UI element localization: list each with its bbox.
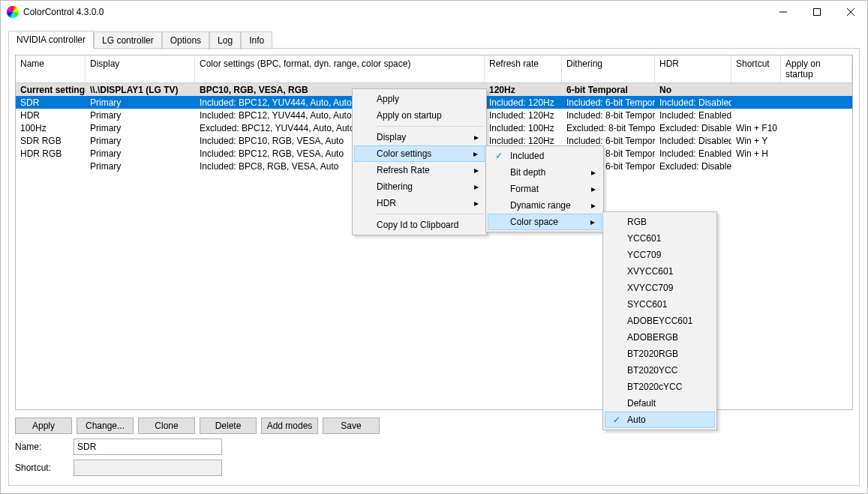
- col-hdr[interactable]: HDR: [655, 55, 731, 82]
- shortcut-input[interactable]: [74, 460, 222, 476]
- mi-colorspace-xvycc601[interactable]: XVYCC601: [605, 263, 715, 280]
- mi-color-settings[interactable]: Color settings▸: [354, 145, 485, 162]
- menu-item-label: BT2020RGB: [627, 349, 678, 359]
- mi-apply-startup[interactable]: Apply on startup: [354, 107, 485, 124]
- mi-bit-depth[interactable]: Bit depth▸: [488, 164, 602, 181]
- name-label: Name:: [15, 442, 68, 452]
- titlebar: ColorControl 4.3.0.0: [1, 1, 867, 23]
- mi-colorspace-bt2020ycc[interactable]: BT2020YCC: [605, 362, 715, 379]
- cell: [781, 96, 852, 109]
- mi-colorspace-adobergb[interactable]: ADOBERGB: [605, 329, 715, 346]
- minimize-button[interactable]: [766, 1, 800, 23]
- cell: SDR: [16, 96, 86, 109]
- cell: Included: 120Hz: [485, 109, 562, 121]
- chevron-right-icon: ▸: [474, 181, 479, 192]
- context-menu-color-space[interactable]: RGBYCC601YCC709XVYCC601XVYCC709SYCC601AD…: [602, 211, 717, 430]
- shortcut-label: Shortcut:: [15, 463, 68, 473]
- cell: Excluded: 8-bit Temporal: [562, 121, 655, 134]
- tabstrip: NVIDIA controller LG controller Options …: [8, 31, 860, 49]
- menu-item-label: YCC709: [627, 250, 661, 260]
- cell: [731, 83, 781, 96]
- window-title: ColorControl 4.3.0.0: [23, 7, 766, 17]
- mi-included[interactable]: ✓Included: [488, 148, 602, 164]
- cell: Included: Enabled: [655, 109, 731, 121]
- chevron-right-icon: ▸: [474, 198, 479, 208]
- mi-hdr[interactable]: HDR▸: [354, 195, 485, 211]
- cell: 120Hz: [485, 83, 562, 96]
- cell: [781, 147, 852, 160]
- menu-item-label: ADOBERGB: [627, 332, 678, 343]
- col-color[interactable]: Color settings (BPC, format, dyn. range,…: [195, 55, 485, 82]
- mi-colorspace-ycc709[interactable]: YCC709: [605, 247, 715, 263]
- mi-display[interactable]: Display▸: [354, 129, 485, 145]
- cell: Primary: [86, 134, 195, 147]
- context-menu-color-settings[interactable]: ✓Included Bit depth▸ Format▸ Dynamic ran…: [485, 145, 604, 232]
- chevron-right-icon: ▸: [591, 184, 596, 194]
- menu-item-label: XVYCC709: [627, 283, 673, 293]
- cell: Included: 120Hz: [485, 96, 562, 109]
- save-button[interactable]: Save: [323, 418, 380, 434]
- change-button[interactable]: Change...: [77, 418, 134, 434]
- menu-item-label: XVYCC601: [627, 266, 673, 277]
- context-menu-main[interactable]: Apply Apply on startup Display▸ Color se…: [352, 88, 487, 235]
- cell: 100Hz: [16, 121, 86, 134]
- apply-button[interactable]: Apply: [15, 418, 72, 434]
- col-dither[interactable]: Dithering: [562, 55, 655, 82]
- cell: 6-bit Temporal: [562, 83, 655, 96]
- mi-copy-id[interactable]: Copy Id to Clipboard: [354, 217, 485, 233]
- cell: Included: Disabled: [655, 134, 731, 147]
- menu-item-label: RGB: [627, 217, 647, 227]
- mi-colorspace-rgb[interactable]: RGB: [605, 214, 715, 230]
- maximize-button[interactable]: [800, 1, 833, 23]
- clone-button[interactable]: Clone: [138, 418, 195, 434]
- tab-options[interactable]: Options: [162, 31, 209, 49]
- app-icon: [7, 6, 19, 18]
- cell: HDR RGB: [16, 147, 86, 160]
- col-name[interactable]: Name: [16, 55, 86, 82]
- chevron-right-icon: ▸: [474, 132, 479, 142]
- menu-item-label: YCC601: [627, 233, 661, 244]
- mi-apply[interactable]: Apply: [354, 91, 485, 107]
- cell: [731, 160, 781, 172]
- cell: Excluded: Disabled: [655, 121, 731, 134]
- menu-item-label: SYCC601: [627, 299, 667, 310]
- addmodes-button[interactable]: Add modes: [261, 418, 318, 434]
- mi-color-space[interactable]: Color space▸: [488, 214, 602, 230]
- menu-item-label: Default: [627, 398, 656, 409]
- tab-nvidia[interactable]: NVIDIA controller: [8, 31, 94, 49]
- cell: [731, 96, 781, 109]
- mi-refresh-rate[interactable]: Refresh Rate▸: [354, 162, 485, 178]
- cell: SDR RGB: [16, 134, 86, 147]
- check-icon: ✓: [610, 415, 623, 425]
- mi-colorspace-auto[interactable]: ✓Auto: [605, 412, 715, 428]
- col-apply[interactable]: Apply on startup: [781, 55, 852, 82]
- mi-colorspace-adobeycc601[interactable]: ADOBEYCC601: [605, 313, 715, 329]
- cell: [781, 121, 852, 134]
- col-display[interactable]: Display: [86, 55, 195, 82]
- cell: Included: Disabled: [655, 96, 731, 109]
- cell: Included: 100Hz: [485, 121, 562, 134]
- svg-rect-1: [813, 9, 820, 16]
- menu-item-label: BT2020YCC: [627, 365, 677, 376]
- mi-colorspace-bt2020rgb[interactable]: BT2020RGB: [605, 346, 715, 362]
- mi-colorspace-default[interactable]: Default: [605, 395, 715, 412]
- mi-colorspace-sycc601[interactable]: SYCC601: [605, 296, 715, 313]
- mi-dithering[interactable]: Dithering▸: [354, 178, 485, 195]
- cell: No: [655, 83, 731, 96]
- cell: Primary: [86, 96, 195, 109]
- tab-lg[interactable]: LG controller: [94, 31, 162, 49]
- delete-button[interactable]: Delete: [200, 418, 257, 434]
- mi-dynamic-range[interactable]: Dynamic range▸: [488, 197, 602, 214]
- mi-format[interactable]: Format▸: [488, 181, 602, 197]
- mi-colorspace-ycc601[interactable]: YCC601: [605, 230, 715, 247]
- check-icon: ✓: [492, 151, 506, 161]
- close-button[interactable]: [833, 1, 867, 23]
- chevron-right-icon: ▸: [590, 217, 595, 227]
- name-input[interactable]: [74, 439, 222, 455]
- col-shortcut[interactable]: Shortcut: [731, 55, 781, 82]
- col-refresh[interactable]: Refresh rate: [485, 55, 562, 82]
- mi-colorspace-xvycc709[interactable]: XVYCC709: [605, 280, 715, 296]
- tab-info[interactable]: Info: [241, 31, 272, 49]
- mi-colorspace-bt2020cycc[interactable]: BT2020cYCC: [605, 379, 715, 395]
- tab-log[interactable]: Log: [209, 31, 241, 49]
